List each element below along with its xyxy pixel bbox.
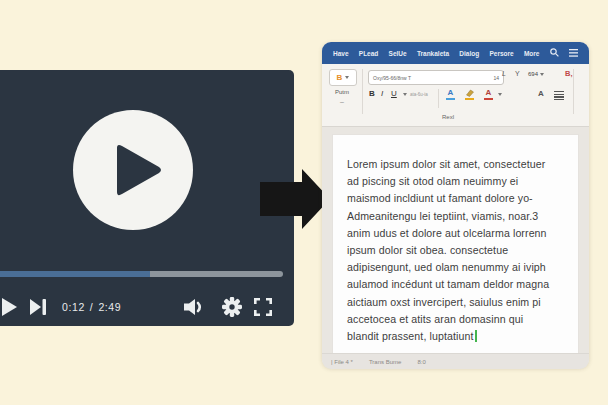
styles-button[interactable]: B, xyxy=(565,69,573,78)
text-line: blandit prassent, luptatiunt xyxy=(347,330,473,342)
text-line: anim udus et dolore aut olcelarma lorren… xyxy=(347,225,565,242)
screenshot-canvas: 0:12 / 2:49 xyxy=(0,0,608,405)
text-line: Lorem ipsum dolor sit amet, consectetuer xyxy=(347,156,565,173)
settings-gear-icon xyxy=(222,297,242,317)
progress-bar[interactable] xyxy=(0,271,283,277)
hamburger-menu-icon xyxy=(569,49,578,57)
ribbon-toolbar: B Putm – Oxy/95-66/8nw T 14 L Y 694 B, B… xyxy=(322,64,589,127)
text-line: adipisengunt, ued olam nenummy ai iviph xyxy=(347,259,565,276)
char-scale-button[interactable]: A xyxy=(538,89,544,98)
menu-item-7[interactable]: More xyxy=(524,50,540,57)
highlight-button[interactable] xyxy=(464,89,475,100)
underline-button[interactable]: U xyxy=(391,89,397,98)
skip-next-icon xyxy=(30,299,48,315)
status-bar: | File 4 * Trans Bume 8:0 xyxy=(322,353,589,369)
status-right: 8:0 xyxy=(417,359,425,365)
menu-item-4[interactable]: Trankaleta xyxy=(417,50,449,57)
text-line: ipsum dolor sit obea. consectetue xyxy=(347,242,565,259)
style-button-1[interactable]: L xyxy=(502,70,506,77)
play-icon xyxy=(113,142,163,198)
text-line: aulamod incédunt ut tamam deldor magna xyxy=(347,276,565,293)
volume-button[interactable] xyxy=(184,299,204,316)
ribbon-group-label: Rexl xyxy=(368,114,528,120)
fullscreen-icon xyxy=(254,298,272,316)
progress-fill xyxy=(0,271,150,277)
highlight-bar xyxy=(465,98,474,100)
chevron-down-icon xyxy=(540,73,544,76)
toolbar-separator xyxy=(362,69,363,114)
menu-item-3[interactable]: SelUe xyxy=(389,50,407,57)
text-line: aictiaum oxst invercipert, saiulus enim … xyxy=(347,294,565,311)
font-color-button[interactable]: A xyxy=(446,89,455,100)
justify-button[interactable] xyxy=(554,91,564,100)
text-line: Admeanitengu lei teptiint, viamis, noar.… xyxy=(347,208,565,225)
search-icon xyxy=(550,48,559,57)
paste-button-label: B xyxy=(337,73,343,82)
document-page[interactable]: Lorem ipsum dolor sit amet, consectetuer… xyxy=(332,134,579,353)
player-controls: 0:12 / 2:49 xyxy=(0,288,294,326)
status-middle: Trans Bume xyxy=(369,359,401,365)
font-name-input[interactable]: Oxy/95-66/8nw T 14 xyxy=(368,70,504,85)
size-dropdown[interactable]: 694 xyxy=(528,71,544,77)
next-button[interactable] xyxy=(30,299,48,315)
toolbar-separator xyxy=(438,89,439,108)
fullscreen-button[interactable] xyxy=(254,298,272,316)
video-player: 0:12 / 2:49 xyxy=(0,70,294,326)
word-processor-window: Have PLead SelUe Trankaleta Dialog Perso… xyxy=(322,42,589,368)
menu-bar: Have PLead SelUe Trankaleta Dialog Perso… xyxy=(322,42,589,64)
play-overlay-button[interactable] xyxy=(73,110,193,230)
chevron-down-icon xyxy=(345,76,349,79)
toolbar-separator xyxy=(573,69,574,114)
text-line: accetocea et atits aran domasinn qui xyxy=(347,311,565,328)
volume-icon xyxy=(184,299,204,316)
paste-group-label: Putm xyxy=(329,89,355,95)
effects-small-text: ata-6u-ia xyxy=(410,92,428,97)
chevron-down-icon[interactable] xyxy=(498,93,502,96)
menu-item-1[interactable]: Have xyxy=(333,50,349,57)
menu-item-2[interactable]: PLead xyxy=(359,50,379,57)
char-color-label: A xyxy=(486,89,492,97)
text-cursor xyxy=(475,330,477,342)
bold-button[interactable]: B xyxy=(369,89,375,98)
font-color-label: A xyxy=(448,89,454,97)
menu-item-5[interactable]: Dialog xyxy=(459,50,479,57)
time-separator: / xyxy=(90,301,94,313)
style-button-2[interactable]: Y xyxy=(515,70,520,77)
play-button[interactable] xyxy=(2,298,17,316)
paste-group-dash: – xyxy=(329,98,355,105)
font-size-value: 14 xyxy=(493,75,499,81)
document-area: Lorem ipsum dolor sit amet, consectetuer… xyxy=(322,127,589,353)
text-line-last: blandit prassent, luptatiunt xyxy=(347,328,565,345)
font-name-value: Oxy/95-66/8nw T xyxy=(373,75,411,81)
paste-button[interactable]: B xyxy=(329,69,357,86)
settings-button[interactable] xyxy=(222,297,242,317)
menu-item-6[interactable]: Persore xyxy=(489,50,513,57)
text-line: ad piscing sit otod olam neuimmy ei xyxy=(347,173,565,190)
play-icon xyxy=(2,298,17,316)
text-line: maismod incldiunt ut famant dolore yo- xyxy=(347,190,565,207)
status-left: | File 4 * xyxy=(331,359,353,365)
font-color-bar xyxy=(446,98,455,100)
search-button[interactable] xyxy=(550,48,559,58)
char-color-bar xyxy=(484,98,493,100)
italic-button[interactable]: I xyxy=(381,89,383,98)
window-menu-button[interactable] xyxy=(569,49,578,58)
document-text: Lorem ipsum dolor sit amet, consectetuer… xyxy=(333,135,578,345)
time-current: 0:12 xyxy=(62,301,85,313)
size-dropdown-value: 694 xyxy=(528,71,538,77)
time-duration: 2:49 xyxy=(98,301,121,313)
highlighter-icon xyxy=(464,89,475,97)
chevron-down-icon[interactable] xyxy=(403,93,407,96)
time-display: 0:12 / 2:49 xyxy=(62,301,121,313)
char-color-button[interactable]: A xyxy=(484,89,493,100)
